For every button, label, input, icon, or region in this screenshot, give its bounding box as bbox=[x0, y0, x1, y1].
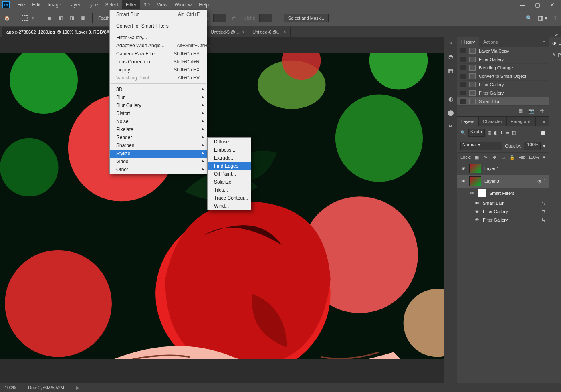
type-filter-icon[interactable]: T bbox=[500, 130, 503, 135]
close-tab-icon[interactable]: × bbox=[241, 29, 244, 35]
smart-filters-header[interactable]: 👁Smart Filters bbox=[457, 188, 549, 199]
menu-item[interactable]: Emboss... bbox=[208, 146, 251, 154]
subtract-selection-icon[interactable]: ◨ bbox=[68, 14, 75, 22]
close-tab-icon[interactable]: × bbox=[283, 29, 286, 35]
create-document-icon[interactable]: ▤ bbox=[518, 108, 523, 114]
menu-item[interactable]: Render bbox=[110, 133, 207, 141]
lock-position-icon[interactable]: ✥ bbox=[492, 154, 497, 160]
menu-item[interactable]: Trace Contour... bbox=[208, 194, 251, 202]
filter-blend-icon[interactable]: ⇆ bbox=[542, 209, 545, 214]
marquee-tool-icon[interactable] bbox=[22, 15, 28, 21]
document-tab[interactable]: apple-2788662_1280.jpg @ 100% (Layer 0, … bbox=[2, 27, 123, 37]
menu-type[interactable]: Type bbox=[84, 0, 101, 9]
paths-tab[interactable]: ✎ Paths bbox=[549, 49, 561, 61]
menu-help[interactable]: Help bbox=[195, 0, 212, 9]
menu-item[interactable]: Camera Raw Filter...Shift+Ctrl+A bbox=[110, 50, 207, 58]
doc-size[interactable]: Doc: 2,76M/5,52M bbox=[28, 385, 64, 390]
snapshot-icon[interactable]: 📷 bbox=[528, 108, 534, 114]
menu-item[interactable]: Filter Gallery... bbox=[110, 34, 207, 42]
zoom-level[interactable]: 100% bbox=[5, 385, 16, 390]
add-selection-icon[interactable]: ◧ bbox=[57, 14, 64, 22]
menu-item[interactable]: Video bbox=[110, 158, 207, 166]
new-selection-icon[interactable]: ◼ bbox=[46, 14, 53, 22]
layer-row[interactable]: 👁Layer 0◔ ˄ bbox=[457, 175, 549, 188]
fx-icon[interactable]: fx bbox=[449, 123, 452, 128]
menu-item[interactable]: Noise bbox=[110, 117, 207, 125]
lock-all-icon[interactable]: 🔒 bbox=[509, 154, 515, 160]
menu-item[interactable]: Smart BlurAlt+Ctrl+F bbox=[110, 10, 207, 18]
menu-item[interactable]: Sharpen bbox=[110, 141, 207, 150]
menu-edit[interactable]: Edit bbox=[28, 0, 44, 9]
swatches-icon[interactable]: ▦ bbox=[448, 67, 453, 73]
menu-item[interactable]: Other bbox=[110, 166, 207, 174]
menu-item[interactable]: Wind... bbox=[208, 202, 251, 210]
visibility-icon[interactable]: 👁 bbox=[460, 179, 466, 184]
document-tab[interactable]: Untitled-6 @...× bbox=[248, 27, 290, 37]
filter-toggle-icon[interactable]: ⬤ bbox=[541, 130, 545, 135]
smart-filter-item[interactable]: 👁Filter Gallery⇆ bbox=[457, 207, 549, 216]
maximize-button[interactable]: ▢ bbox=[535, 2, 540, 8]
visibility-icon[interactable]: 👁 bbox=[474, 201, 480, 206]
history-item[interactable]: Filter Gallery bbox=[457, 55, 549, 64]
menu-select[interactable]: Select bbox=[101, 0, 122, 9]
adjustment-filter-icon[interactable]: ◐ bbox=[494, 130, 498, 135]
share-icon[interactable]: ⇧ bbox=[553, 15, 558, 21]
adjustments-icon[interactable]: ◐ bbox=[448, 96, 453, 102]
menu-item[interactable]: Tiles... bbox=[208, 186, 251, 194]
menu-window[interactable]: Window bbox=[171, 0, 196, 9]
tab-character[interactable]: Character bbox=[479, 117, 507, 126]
select-and-mask-button[interactable]: Select and Mask... bbox=[284, 14, 329, 22]
close-button[interactable]: ✕ bbox=[550, 2, 555, 8]
tab-paragraph[interactable]: Paragraph bbox=[507, 117, 535, 126]
tab-layers[interactable]: Layers bbox=[457, 117, 479, 126]
opacity-input[interactable]: 100% bbox=[524, 142, 541, 150]
status-flyout-icon[interactable]: ▶ bbox=[76, 385, 79, 390]
lock-artboard-icon[interactable]: ▭ bbox=[500, 154, 506, 160]
document-tab[interactable]: Untitled-5 @...× bbox=[207, 27, 248, 37]
menu-item[interactable]: Convert for Smart Filters bbox=[110, 22, 207, 30]
menu-item[interactable]: Distort bbox=[110, 109, 207, 117]
menu-item[interactable]: Stylize bbox=[110, 150, 207, 158]
expand-panels-icon[interactable]: » bbox=[449, 40, 452, 46]
menu-layer[interactable]: Layer bbox=[65, 0, 84, 9]
history-item[interactable]: Convert to Smart Object bbox=[457, 72, 549, 81]
lock-brush-icon[interactable]: ✎ bbox=[483, 154, 488, 160]
menu-item[interactable]: Adaptive Wide Angle...Alt+Shift+Ctrl+A bbox=[110, 42, 207, 50]
visibility-icon[interactable]: 👁 bbox=[460, 166, 466, 171]
minimize-button[interactable]: — bbox=[520, 2, 525, 8]
layer-thumbnail[interactable] bbox=[469, 176, 481, 186]
menu-item[interactable]: Find Edges bbox=[208, 162, 251, 170]
menu-item[interactable]: Diffuse... bbox=[208, 138, 251, 146]
visibility-icon[interactable]: 👁 bbox=[474, 209, 480, 214]
visibility-icon[interactable]: 👁 bbox=[474, 218, 480, 222]
menu-item[interactable]: Blur bbox=[110, 93, 207, 101]
pixel-filter-icon[interactable]: ▦ bbox=[487, 130, 491, 135]
home-icon[interactable]: 🏠 bbox=[3, 14, 10, 22]
history-item[interactable]: Blending Change bbox=[457, 64, 549, 72]
search-icon[interactable]: 🔍 bbox=[525, 15, 532, 21]
intersect-selection-icon[interactable]: ▣ bbox=[79, 14, 87, 22]
menu-3d[interactable]: 3D bbox=[140, 0, 153, 9]
channels-tab[interactable]: ◑ Channels bbox=[549, 37, 561, 49]
panel-menu-icon[interactable]: ≡ bbox=[539, 117, 548, 126]
delete-state-icon[interactable]: 🗑 bbox=[540, 108, 545, 114]
filter-blend-icon[interactable]: ⇆ bbox=[542, 217, 545, 222]
tab-actions[interactable]: Actions bbox=[479, 37, 502, 47]
visibility-icon[interactable]: 👁 bbox=[469, 191, 475, 196]
menu-view[interactable]: View bbox=[153, 0, 171, 9]
menu-item[interactable]: Blur Gallery bbox=[110, 101, 207, 109]
filter-blend-icon[interactable]: ⇆ bbox=[542, 200, 545, 206]
layer-row[interactable]: 👁Layer 1 bbox=[457, 162, 549, 175]
smart-filter-item[interactable]: 👁Smart Blur⇆ bbox=[457, 199, 549, 207]
filter-mask-thumbnail[interactable] bbox=[478, 189, 486, 197]
history-item[interactable]: Smart Blur bbox=[457, 97, 549, 106]
tabs-overflow-icon[interactable]: » bbox=[552, 32, 561, 37]
lock-pixels-icon[interactable]: ▦ bbox=[474, 154, 480, 160]
layer-thumbnail[interactable] bbox=[469, 164, 481, 173]
menu-item[interactable]: Extrude... bbox=[208, 154, 251, 162]
smartobj-filter-icon[interactable]: ◫ bbox=[512, 130, 516, 135]
styles-icon[interactable]: ⬤ bbox=[448, 109, 454, 116]
arrange-icon[interactable]: ▥ ▾ bbox=[538, 15, 547, 21]
fill-input[interactable]: 100% bbox=[528, 155, 539, 160]
menu-item[interactable]: Liquify...Shift+Ctrl+X bbox=[110, 66, 207, 74]
